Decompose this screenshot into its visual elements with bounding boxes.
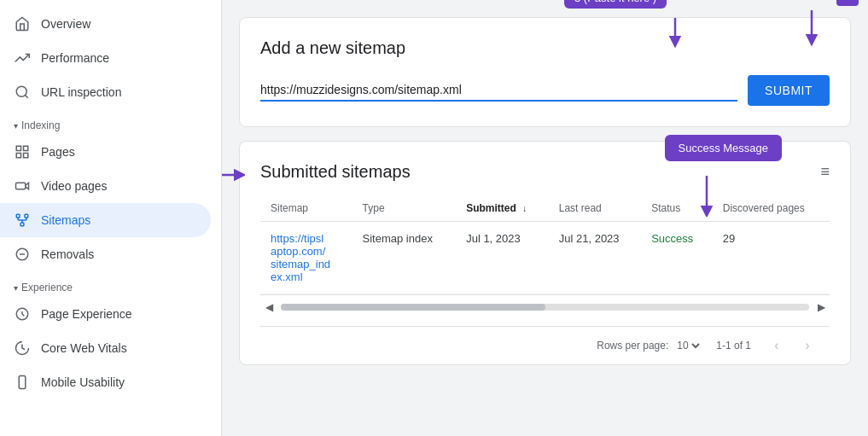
submitted-sitemaps-card: 2 Success Message Submitted sitemaps ≡ S… bbox=[239, 141, 851, 365]
horizontal-scrollbar[interactable]: ◀ ▶ bbox=[260, 294, 830, 319]
sidebar-item-video-pages-label: Video pages bbox=[41, 179, 108, 193]
search-icon bbox=[14, 84, 31, 101]
svg-rect-6 bbox=[16, 183, 26, 189]
sitemap-url-input[interactable] bbox=[260, 79, 737, 102]
sidebar-item-sitemaps[interactable]: Sitemaps bbox=[0, 203, 211, 237]
removals-icon bbox=[14, 246, 31, 263]
sort-arrow-icon: ↓ bbox=[522, 204, 527, 213]
sidebar-item-removals[interactable]: Removals bbox=[0, 237, 211, 271]
svg-rect-2 bbox=[16, 146, 20, 150]
mobile-usability-icon bbox=[14, 374, 31, 391]
cell-type: Sitemap index bbox=[352, 222, 457, 294]
experience-section-header[interactable]: ▾ Experience bbox=[0, 271, 221, 297]
col-discovered: Discovered pages bbox=[713, 195, 830, 222]
next-page-button[interactable]: › bbox=[795, 334, 819, 358]
sidebar-item-mobile-usability[interactable]: Mobile Usability bbox=[0, 365, 211, 399]
sidebar-item-url-inspection[interactable]: URL inspection bbox=[0, 75, 211, 109]
sidebar-item-pages-label: Pages bbox=[41, 145, 75, 159]
pages-icon bbox=[14, 143, 31, 160]
sidebar-item-performance-label: Performance bbox=[41, 51, 109, 65]
main-content: 4 Add a new sitemap 3 (Paste it here ) S… bbox=[222, 0, 868, 436]
page-experience-icon bbox=[14, 305, 31, 323]
pagination-nav: ‹ › bbox=[765, 334, 819, 358]
annotation-3-bubble: 3 (Paste it here ) bbox=[564, 0, 667, 9]
svg-rect-9 bbox=[20, 223, 24, 226]
prev-page-button[interactable]: ‹ bbox=[765, 334, 789, 358]
svg-line-1 bbox=[25, 95, 27, 97]
cell-sitemap: https://tipslaptop.com/sitemap_index.xml bbox=[260, 222, 352, 294]
col-last-read: Last read bbox=[549, 195, 641, 222]
submitted-sitemaps-title: Submitted sitemaps bbox=[260, 162, 411, 182]
chevron-down-icon-experience: ▾ bbox=[14, 283, 18, 293]
sidebar-item-core-web-vitals[interactable]: Core Web Vitals bbox=[0, 331, 211, 365]
indexing-section-header[interactable]: ▾ Indexing bbox=[0, 109, 221, 135]
sitemap-input-row: SUBMIT bbox=[260, 75, 830, 106]
cell-last-read: Jul 21, 2023 bbox=[549, 222, 641, 294]
core-web-vitals-icon bbox=[14, 340, 31, 357]
pagination-info: 1-1 of 1 bbox=[716, 340, 751, 352]
annotation-4: 4 bbox=[836, 0, 859, 6]
arrow-3-svg bbox=[658, 16, 692, 49]
scroll-left-arrow[interactable]: ◀ bbox=[260, 299, 277, 316]
home-icon bbox=[14, 15, 31, 32]
trending-up-icon bbox=[14, 49, 31, 67]
scroll-right-arrow[interactable]: ▶ bbox=[813, 299, 830, 316]
scrollbar-thumb[interactable] bbox=[281, 304, 545, 311]
sidebar-item-performance[interactable]: Performance bbox=[0, 41, 211, 75]
add-sitemap-card: 4 Add a new sitemap 3 (Paste it here ) S… bbox=[239, 17, 851, 127]
sidebar: Overview Performance URL inspection ▾ In… bbox=[0, 0, 222, 436]
status-badge: Success bbox=[651, 232, 693, 245]
add-sitemap-title: Add a new sitemap bbox=[260, 38, 830, 58]
sitemaps-table: Sitemap Type Submitted ↓ Last read bbox=[260, 195, 830, 294]
table-footer: Rows per page: 10 25 50 1-1 of 1 ‹ › bbox=[260, 326, 830, 364]
submitted-sitemaps-header: Submitted sitemaps ≡ bbox=[260, 162, 830, 182]
arrow-2-svg bbox=[222, 162, 245, 188]
table-header-row: Sitemap Type Submitted ↓ Last read bbox=[260, 195, 830, 222]
col-type: Type bbox=[352, 195, 457, 222]
cell-status: Success bbox=[641, 222, 713, 294]
arrow-success-svg bbox=[690, 174, 724, 217]
svg-point-0 bbox=[16, 86, 26, 96]
scrollbar-track[interactable] bbox=[281, 304, 809, 311]
sidebar-item-url-inspection-label: URL inspection bbox=[41, 85, 121, 99]
sidebar-item-page-experience[interactable]: Page Experience bbox=[0, 297, 211, 331]
col-sitemap: Sitemap bbox=[260, 195, 352, 222]
sidebar-item-overview[interactable]: Overview bbox=[0, 7, 211, 41]
sidebar-item-page-experience-label: Page Experience bbox=[41, 307, 132, 321]
table-row: https://tipslaptop.com/sitemap_index.xml… bbox=[260, 222, 830, 294]
svg-rect-7 bbox=[16, 214, 20, 218]
rows-per-page-select[interactable]: 10 25 50 bbox=[673, 339, 702, 352]
sidebar-item-overview-label: Overview bbox=[41, 17, 90, 31]
indexing-label: Indexing bbox=[21, 119, 60, 131]
chevron-down-icon: ▾ bbox=[14, 121, 18, 131]
svg-rect-4 bbox=[16, 154, 20, 158]
sitemaps-table-container: Sitemap Type Submitted ↓ Last read bbox=[260, 195, 830, 294]
filter-icon[interactable]: ≡ bbox=[820, 163, 830, 181]
svg-rect-3 bbox=[24, 146, 28, 150]
sitemaps-icon bbox=[14, 212, 31, 229]
sidebar-item-removals-label: Removals bbox=[41, 247, 94, 261]
submit-button[interactable]: SUBMIT bbox=[748, 75, 830, 106]
rows-per-page-control: Rows per page: 10 25 50 bbox=[597, 339, 702, 352]
experience-label: Experience bbox=[21, 282, 73, 294]
sidebar-item-core-web-vitals-label: Core Web Vitals bbox=[41, 341, 127, 355]
sidebar-item-video-pages[interactable]: Video pages bbox=[0, 169, 211, 203]
svg-rect-17 bbox=[19, 376, 26, 389]
video-icon bbox=[14, 177, 31, 195]
sidebar-item-pages[interactable]: Pages bbox=[0, 135, 211, 169]
cell-submitted: Jul 1, 2023 bbox=[456, 222, 549, 294]
sidebar-item-sitemaps-label: Sitemaps bbox=[41, 213, 90, 227]
cell-discovered: 29 bbox=[713, 222, 830, 294]
col-submitted[interactable]: Submitted ↓ bbox=[456, 195, 549, 222]
sidebar-item-mobile-usability-label: Mobile Usability bbox=[41, 375, 125, 389]
svg-rect-5 bbox=[24, 154, 28, 158]
rows-per-page-label: Rows per page: bbox=[597, 340, 668, 352]
success-annotation: Success Message bbox=[665, 135, 783, 161]
svg-rect-8 bbox=[25, 214, 28, 218]
